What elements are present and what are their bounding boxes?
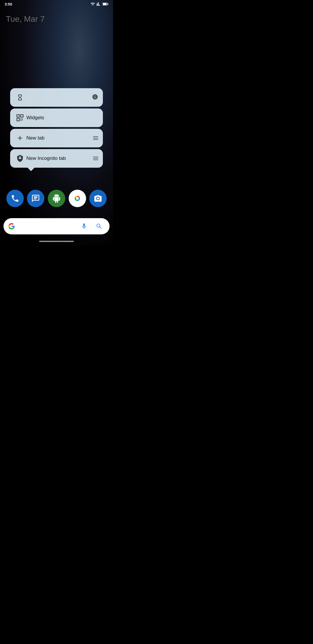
wifi-icon	[90, 2, 95, 6]
status-icons	[90, 2, 108, 6]
voice-search-button[interactable]	[78, 220, 90, 232]
messages-icon	[27, 190, 44, 207]
menu-item-hourglass[interactable]	[10, 88, 103, 107]
hourglass-icon	[15, 92, 25, 103]
new-incognito-tab-drag-handle	[93, 157, 98, 160]
shortcut-android[interactable]	[48, 190, 65, 207]
shortcut-camera[interactable]	[89, 190, 107, 207]
status-bar: 3:50	[0, 0, 113, 8]
svg-point-5	[76, 197, 79, 200]
new-incognito-tab-label: New Incognito tab	[25, 155, 93, 161]
camera-icon	[89, 190, 107, 207]
phone-icon	[6, 190, 24, 207]
google-logo	[8, 223, 15, 230]
info-icon[interactable]	[92, 94, 98, 102]
shortcut-phone[interactable]	[6, 190, 24, 207]
battery-icon	[103, 2, 108, 6]
svg-rect-1	[103, 3, 107, 5]
svg-rect-2	[108, 3, 109, 4]
android-icon	[48, 190, 65, 207]
lens-search-button[interactable]	[93, 220, 105, 232]
menu-item-new-incognito-tab[interactable]: New Incognito tab	[10, 149, 103, 168]
incognito-icon	[15, 153, 25, 164]
shortcut-messages[interactable]	[27, 190, 44, 207]
shortcut-bar	[0, 190, 113, 207]
status-time: 3:50	[5, 2, 12, 6]
signal-icon	[97, 2, 101, 6]
menu-item-new-tab[interactable]: New tab	[10, 129, 103, 147]
chrome-icon	[69, 190, 86, 207]
new-tab-plus-icon	[15, 133, 25, 143]
tooltip-arrow	[28, 168, 34, 171]
search-bar[interactable]	[3, 218, 110, 234]
widgets-icon	[15, 113, 25, 123]
widgets-label: Widgets	[25, 115, 98, 121]
new-tab-label: New tab	[25, 135, 93, 141]
new-tab-drag-handle	[93, 136, 98, 140]
nav-indicator	[39, 241, 74, 242]
shortcut-chrome[interactable]	[69, 190, 86, 207]
context-menu: Widgets New tab New Incognito tab	[10, 88, 103, 169]
menu-item-widgets[interactable]: Widgets	[10, 108, 103, 127]
